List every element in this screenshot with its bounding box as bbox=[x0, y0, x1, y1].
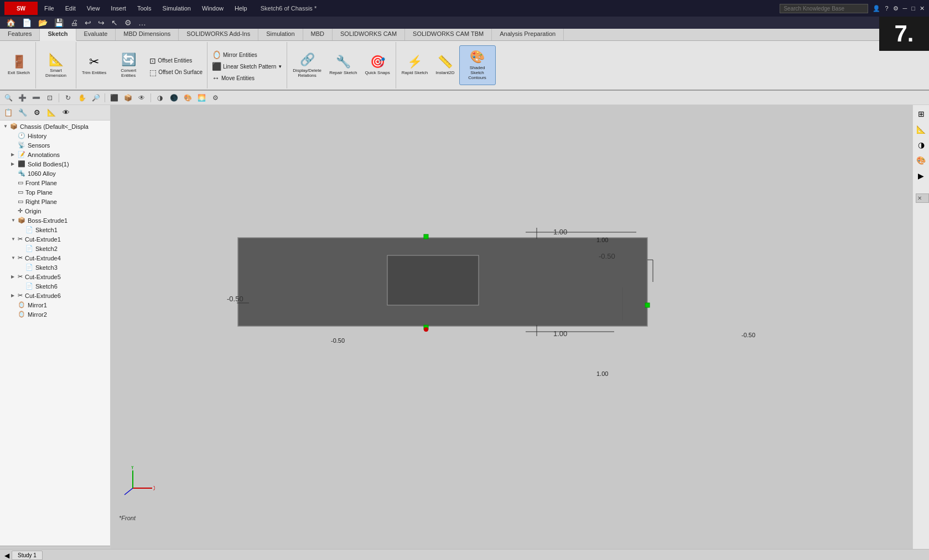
right-panel-btn2[interactable]: 📐 bbox=[915, 123, 928, 136]
convert-entities-button[interactable]: 🔄 Convert Entities bbox=[111, 45, 146, 85]
shadows-btn[interactable]: 🌑 bbox=[168, 92, 180, 103]
right-panel-btn3[interactable]: ◑ bbox=[915, 138, 928, 151]
scene-btn[interactable]: 🌅 bbox=[195, 92, 207, 103]
menu-help[interactable]: Help bbox=[232, 4, 250, 13]
qa-home[interactable]: 🏠 bbox=[4, 18, 17, 28]
menu-window[interactable]: Window bbox=[200, 4, 226, 13]
menu-insert[interactable]: Insert bbox=[108, 4, 128, 13]
menu-simulation[interactable]: Simulation bbox=[160, 4, 193, 13]
tree-expander[interactable]: ▼ bbox=[11, 237, 18, 242]
pattern-dropdown-icon[interactable]: ▼ bbox=[278, 64, 282, 69]
user-icon[interactable]: 👤 bbox=[873, 5, 880, 12]
display-style-btn[interactable]: ◑ bbox=[154, 92, 166, 103]
tree-item[interactable]: ▭ Right Plane bbox=[1, 197, 109, 206]
tree-item[interactable]: ✛ Origin bbox=[1, 206, 109, 216]
mirror-entities-button[interactable]: 🪞 Mirror Entities bbox=[210, 49, 284, 60]
tree-item[interactable]: ▶ ✂ Cut-Extrude5 bbox=[1, 272, 109, 281]
tab-evaluate[interactable]: Evaluate bbox=[76, 29, 116, 40]
tree-expander[interactable]: ▼ bbox=[11, 218, 18, 223]
tree-item[interactable]: 📄 Sketch1 bbox=[1, 225, 109, 234]
qa-options[interactable]: ⚙ bbox=[123, 18, 133, 28]
sketch-canvas[interactable]: 1.00 -0.50 -0.50 1.00 1.00 -0.50 -0.50 1… bbox=[111, 105, 912, 549]
offset-entities-button[interactable]: ⊡ Offset Entities bbox=[147, 55, 205, 66]
tree-item[interactable]: 📄 Sketch6 bbox=[1, 281, 109, 291]
right-panel-btn5[interactable]: ▶ bbox=[915, 169, 928, 182]
close-btn[interactable]: ✕ bbox=[920, 5, 925, 12]
qa-redo[interactable]: ↪ bbox=[96, 18, 106, 28]
bottom-tab-study1[interactable]: Study 1 bbox=[12, 551, 43, 560]
linear-pattern-button[interactable]: ⬛ Linear Sketch Pattern ▼ bbox=[210, 61, 284, 72]
qa-more[interactable]: … bbox=[137, 18, 148, 28]
panel-resize-handle[interactable] bbox=[0, 546, 110, 549]
tab-addins[interactable]: SOLIDWORKS Add-Ins bbox=[179, 29, 258, 40]
search-input[interactable] bbox=[780, 4, 868, 13]
zoom-box-btn[interactable]: ⊡ bbox=[44, 92, 56, 103]
repair-sketch-button[interactable]: 🔧 Repair Sketch bbox=[326, 45, 360, 85]
offset-surface-button[interactable]: ⬚ Offset On Surface bbox=[147, 67, 205, 78]
help-icon[interactable]: ? bbox=[885, 5, 888, 12]
close-panel-btn[interactable]: ✕ bbox=[916, 193, 929, 203]
qa-print[interactable]: 🖨 bbox=[69, 18, 80, 28]
tree-expander[interactable]: ▶ bbox=[11, 293, 18, 298]
rotate-btn[interactable]: ↻ bbox=[62, 92, 74, 103]
smart-dimension-button[interactable]: 📐 Smart Dimension bbox=[38, 45, 74, 85]
tree-item[interactable]: ▼ ✂ Cut-Extrude4 bbox=[1, 253, 109, 263]
feature-tree[interactable]: ▼ 📦 Chassis (Default<_Displa 🕐 History 📡… bbox=[0, 121, 110, 546]
dim-expert-icon[interactable]: 📐 bbox=[45, 107, 58, 119]
maximize-btn[interactable]: □ bbox=[911, 5, 915, 12]
tree-item[interactable]: ▼ ✂ Cut-Extrude1 bbox=[1, 234, 109, 244]
view-setting-btn[interactable]: ⚙ bbox=[209, 92, 221, 103]
quick-snaps-button[interactable]: 🎯 Quick Snaps bbox=[361, 45, 393, 85]
zoom-in-btn[interactable]: ➕ bbox=[16, 92, 28, 103]
exit-sketch-button[interactable]: 🚪 Exit Sketch bbox=[4, 45, 33, 85]
tree-expander[interactable]: ▶ bbox=[11, 152, 18, 157]
tab-analysis[interactable]: Analysis Preparation bbox=[492, 29, 564, 40]
qa-open[interactable]: 📂 bbox=[37, 18, 49, 28]
tree-item[interactable]: ▶ ✂ Cut-Extrude6 bbox=[1, 291, 109, 300]
right-panel-btn4[interactable]: 🎨 bbox=[915, 154, 928, 167]
qa-select[interactable]: ↖ bbox=[110, 18, 120, 28]
trim-entities-button[interactable]: ✂ Trim Entities bbox=[79, 45, 110, 85]
display-manager-icon[interactable]: 👁 bbox=[60, 107, 72, 119]
tree-item[interactable]: 📡 Sensors bbox=[1, 140, 109, 150]
instant2d-button[interactable]: 📏 Instant2D bbox=[432, 45, 458, 85]
rapid-sketch-button[interactable]: ⚡ Rapid Sketch bbox=[398, 45, 432, 85]
tree-item[interactable]: 🔩 1060 Alloy bbox=[1, 169, 109, 178]
tab-mbd[interactable]: MBD bbox=[303, 29, 333, 40]
move-entities-button[interactable]: ↔ Move Entities bbox=[210, 72, 284, 83]
zoom-out-btn[interactable]: ➖ bbox=[30, 92, 42, 103]
tab-cam-tbm[interactable]: SOLIDWORKS CAM TBM bbox=[405, 29, 492, 40]
tree-item[interactable]: ▼ 📦 Chassis (Default<_Displa bbox=[1, 122, 109, 131]
hide-show-btn[interactable]: 👁 bbox=[136, 92, 148, 103]
pan-btn[interactable]: ✋ bbox=[76, 92, 88, 103]
tab-simulation[interactable]: Simulation bbox=[258, 29, 303, 40]
menu-file[interactable]: File bbox=[42, 4, 56, 13]
tree-item[interactable]: 🕐 History bbox=[1, 131, 109, 140]
view-orient-btn[interactable]: 📦 bbox=[122, 92, 134, 103]
tab-sketch[interactable]: Sketch bbox=[40, 29, 76, 41]
menu-view[interactable]: View bbox=[85, 4, 102, 13]
qa-save[interactable]: 💾 bbox=[53, 18, 65, 28]
menu-tools[interactable]: Tools bbox=[135, 4, 154, 13]
configuration-manager-icon[interactable]: ⚙ bbox=[31, 107, 43, 119]
standard-views-btn[interactable]: ⬛ bbox=[108, 92, 120, 103]
tree-item[interactable]: ▭ Front Plane bbox=[1, 178, 109, 187]
tab-cam[interactable]: SOLIDWORKS CAM bbox=[333, 29, 405, 40]
tree-item[interactable]: ▶ ⬛ Solid Bodies(1) bbox=[1, 159, 109, 169]
shaded-sketch-button[interactable]: 🎨 Shaded Sketch Contours bbox=[459, 45, 496, 85]
appearance-btn[interactable]: 🎨 bbox=[181, 92, 194, 103]
tab-mbd-dimensions[interactable]: MBD Dimensions bbox=[116, 29, 179, 40]
tab-features[interactable]: Features bbox=[0, 29, 40, 40]
feature-manager-icon[interactable]: 📋 bbox=[2, 107, 14, 119]
tree-item[interactable]: ▼ 📦 Boss-Extrude1 bbox=[1, 216, 109, 225]
tree-item[interactable]: ▭ Top Plane bbox=[1, 187, 109, 197]
tree-item[interactable]: 📄 Sketch2 bbox=[1, 244, 109, 253]
settings-icon[interactable]: ⚙ bbox=[893, 5, 899, 12]
tree-expander[interactable]: ▼ bbox=[11, 255, 18, 260]
menu-edit[interactable]: Edit bbox=[63, 4, 78, 13]
bottom-tab-arrow-left[interactable]: ◀ bbox=[2, 552, 12, 559]
tree-item[interactable]: 🪞 Mirror2 bbox=[1, 310, 109, 319]
tree-expander[interactable]: ▶ bbox=[11, 274, 18, 279]
tree-item[interactable]: 🪞 Mirror1 bbox=[1, 300, 109, 310]
display-delete-button[interactable]: 🔗 Display/Delete Relations bbox=[289, 45, 325, 85]
